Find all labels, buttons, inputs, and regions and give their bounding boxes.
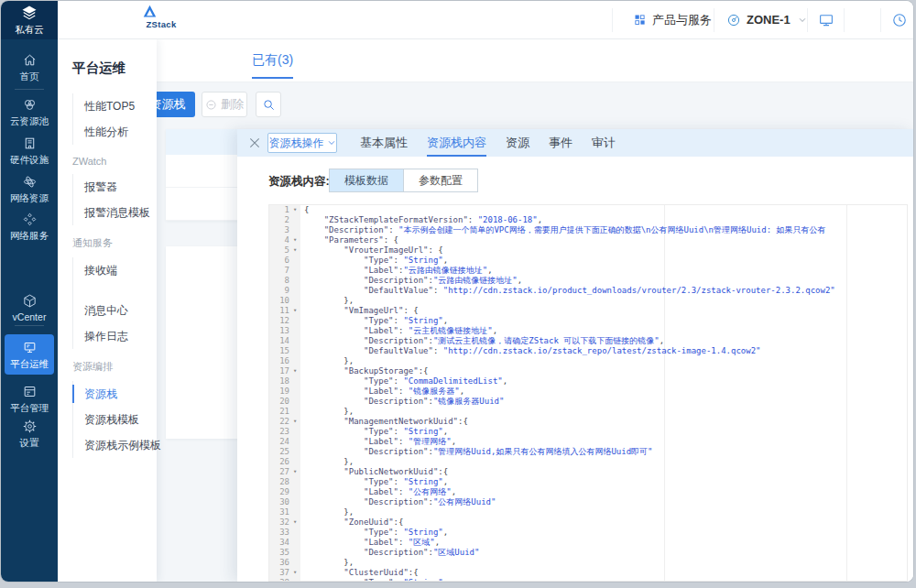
gutter-line-number[interactable]: 17▾ (269, 366, 300, 376)
fold-down-icon[interactable]: ▾ (289, 306, 300, 316)
sidebar-item-硬件设施[interactable]: 硬件设施 (1, 136, 58, 167)
gutter-line-number[interactable]: 16 (269, 356, 300, 366)
gutter-line-number[interactable]: 9 (269, 286, 300, 296)
submenu-item-报警消息模板[interactable]: 报警消息模板 (73, 200, 157, 225)
gutter-line-number[interactable]: 15 (269, 346, 300, 356)
search-button[interactable] (256, 92, 281, 117)
gutter-line-number[interactable]: 27▾ (269, 467, 300, 477)
gutter-line-number[interactable]: 24 (269, 437, 300, 447)
gutter-line-number[interactable]: 25 (269, 447, 300, 457)
fold-down-icon[interactable]: ▾ (289, 568, 300, 578)
code-line: 5▾ "VrouterImageUrl": { (269, 245, 907, 256)
gutter-line-number[interactable]: 35 (269, 548, 300, 558)
panel-tab-事件[interactable]: 事件 (549, 129, 572, 157)
sidebar-item-设置[interactable]: 设置 (1, 419, 58, 450)
gutter-line-number[interactable]: 36 (269, 558, 300, 568)
code-text: "VmImageUrl": { (300, 306, 419, 316)
submenu-item-接收端[interactable]: 接收端 (73, 257, 157, 283)
fold-down-icon[interactable]: ▾ (289, 235, 300, 245)
sidebar-item-网络服务[interactable]: 网络服务 (1, 212, 58, 243)
submenu-item-报警器[interactable]: 报警器 (73, 174, 157, 200)
gutter-line-number[interactable]: 21 (269, 407, 300, 417)
code-line: 4▾ "Parameters": { (269, 235, 907, 245)
code-text: "Parameters": { (300, 235, 398, 245)
gutter-line-number[interactable]: 2 (269, 215, 300, 225)
gutter-line-number[interactable]: 8 (269, 276, 300, 286)
gutter-line-number[interactable]: 33 (269, 528, 300, 538)
fold-down-icon[interactable]: ▾ (289, 417, 300, 427)
gutter-line-number[interactable]: 31 (269, 507, 300, 517)
gutter-line-number[interactable]: 32▾ (269, 517, 300, 528)
gutter-line-number[interactable]: 37▾ (269, 568, 300, 578)
fold-down-icon[interactable]: ▾ (289, 517, 300, 528)
code-editor[interactable]: 1▾{2 "ZStackTemplateFormatVersion": "201… (268, 204, 908, 582)
panel-tab-基本属性[interactable]: 基本属性 (360, 129, 408, 157)
gutter-line-number[interactable]: 23 (269, 427, 300, 437)
delete-button[interactable]: 删除 (202, 92, 247, 117)
gutter-line-number[interactable]: 7 (269, 266, 300, 276)
fold-down-icon[interactable]: ▾ (289, 205, 300, 215)
code-text: "Label": "云主机镜像链接地址", (300, 326, 497, 336)
products-services-menu[interactable]: 产品与服务 (633, 1, 712, 38)
gutter-line-number[interactable]: 1▾ (269, 205, 300, 215)
toggle-参数配置[interactable]: 参数配置 (403, 169, 478, 192)
private-cloud-logo[interactable]: 私有云 (1, 1, 58, 39)
panel-tab-资源[interactable]: 资源 (506, 129, 529, 157)
gutter-line-number[interactable]: 5▾ (269, 245, 300, 256)
gutter-line-number[interactable]: 14 (269, 336, 300, 346)
gutter-line-number[interactable]: 34 (269, 538, 300, 548)
submenu-item-资源栈示例模板[interactable]: 资源栈示例模板 (73, 432, 157, 458)
gutter-line-number[interactable]: 29 (269, 487, 300, 497)
gutter-line-number[interactable]: 28 (269, 477, 300, 487)
gutter-line-number[interactable]: 19 (269, 387, 300, 397)
code-line: 28 "Type": "String", (269, 477, 907, 487)
submenu-item-消息中心[interactable]: 消息中心 (73, 298, 157, 323)
submenu-item-资源栈[interactable]: 资源栈 (73, 381, 157, 407)
gutter-line-number[interactable]: 12 (269, 316, 300, 326)
panel-tab-审计[interactable]: 审计 (592, 129, 616, 157)
toggle-模板数据[interactable]: 模板数据 (329, 169, 404, 192)
network-service-icon (22, 212, 38, 227)
code-line: 37▾ "ClusterUuid":{ (269, 568, 907, 578)
gutter-line-number[interactable]: 3 (269, 225, 300, 235)
fold-down-icon[interactable]: ▾ (289, 467, 300, 477)
chevron-down-icon (327, 138, 336, 147)
submenu-item-操作日志[interactable]: 操作日志 (73, 323, 157, 349)
panel-tab-资源栈内容[interactable]: 资源栈内容 (427, 129, 486, 157)
tab-existing[interactable]: 已有(3) (252, 52, 293, 79)
sidebar-item-平台管理[interactable]: 平台管理 (1, 384, 58, 415)
sidebar-item-首页[interactable]: 首页 (1, 52, 58, 83)
submenu-item-性能分析[interactable]: 性能分析 (73, 119, 157, 145)
gutter-line-number[interactable]: 22▾ (269, 417, 300, 427)
gutter-line-number[interactable]: 13 (269, 326, 300, 336)
gutter-line-number[interactable]: 26 (269, 457, 300, 467)
gutter-line-number[interactable]: 18 (269, 376, 300, 387)
primary-sidebar: 首页云资源池硬件设施网络资源网络服务vCenter平台运维平台管理设置 (1, 39, 58, 582)
gutter-line-number[interactable]: 20 (269, 397, 300, 407)
gutter-line-number[interactable]: 30 (269, 497, 300, 507)
chevron-down-icon (798, 16, 807, 25)
notification-bell-button[interactable] (846, 1, 879, 38)
delete-button-label: 删除 (221, 97, 244, 113)
gutter-line-number[interactable]: 4▾ (269, 235, 300, 245)
close-icon[interactable] (247, 136, 262, 150)
zstack-logo[interactable]: ZStack (142, 4, 180, 29)
code-text: "Type": "CommaDelimitedList", (300, 376, 507, 387)
submenu-item-资源栈模板[interactable]: 资源栈模板 (73, 407, 157, 432)
gutter-line-number[interactable]: 10 (269, 296, 300, 306)
gutter-line-number[interactable]: 38 (269, 578, 300, 582)
console-monitor-button[interactable] (810, 1, 843, 38)
zstack-logo-label: ZStack (142, 19, 180, 29)
gutter-line-number[interactable]: 11▾ (269, 306, 300, 316)
sidebar-item-云资源池[interactable]: 云资源池 (1, 97, 58, 128)
fold-down-icon[interactable]: ▾ (289, 245, 300, 256)
sidebar-item-平台运维[interactable]: 平台运维 (5, 334, 54, 375)
operation-history-button[interactable] (883, 1, 913, 38)
fold-down-icon[interactable]: ▾ (289, 366, 300, 376)
submenu-item-性能TOP5[interactable]: 性能TOP5 (73, 93, 157, 119)
stack-actions-dropdown[interactable]: 资源栈操作 (267, 133, 337, 153)
zone-selector[interactable]: ZONE-1 (726, 1, 807, 38)
sidebar-item-vCenter[interactable]: vCenter (1, 293, 58, 322)
gutter-line-number[interactable]: 6 (269, 256, 300, 266)
sidebar-item-网络资源[interactable]: 网络资源 (1, 174, 58, 205)
